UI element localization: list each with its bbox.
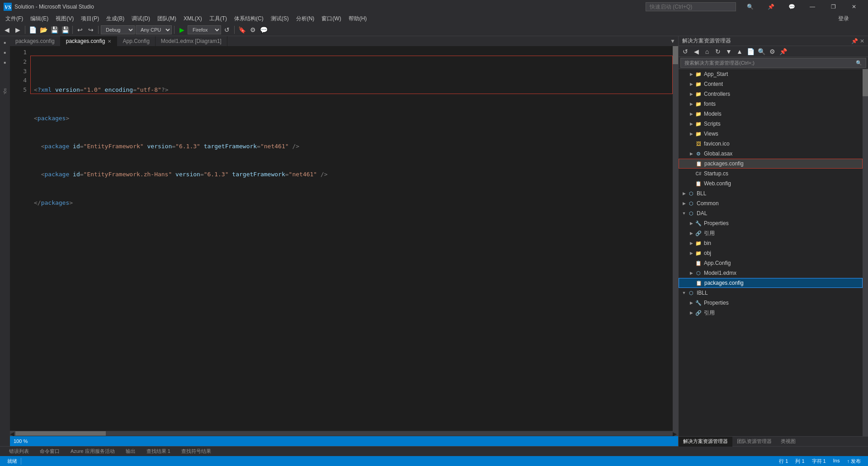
se-sync-btn[interactable]: ↺ — [680, 47, 690, 56]
se-search-field[interactable]: 搜索解决方案资源管理器(Ctrl+;) 🔍 — [680, 58, 866, 68]
toolbar-save[interactable]: 💾 — [49, 25, 59, 35]
se-pin-icon[interactable]: 📌 — [851, 38, 858, 44]
tab-model1-edmx[interactable]: Model1.edmx [Diagram1] — [156, 36, 227, 46]
code-editor[interactable]: <?xml version="1.0" encoding="utf-8"?> <… — [30, 46, 673, 431]
sidebar-icon-sql[interactable]: SQL — [0, 87, 9, 96]
se-show-files-btn[interactable]: 📄 — [745, 47, 755, 56]
toolbar-bookmark[interactable]: 🔖 — [237, 25, 247, 35]
menu-build[interactable]: 生成(B) — [103, 14, 128, 24]
menu-xml[interactable]: XML(X) — [180, 14, 206, 23]
quick-launch-input[interactable] — [646, 2, 736, 11]
bottom-tab-output[interactable]: 输出 — [120, 447, 141, 457]
toolbar-save-all[interactable]: 💾 — [60, 25, 70, 35]
tab-app-config[interactable]: App.Config — [117, 36, 155, 46]
cpu-select[interactable]: Any CPU — [136, 25, 172, 34]
tree-item-global-asax[interactable]: ▶ ⚙ Global.asax — [679, 149, 863, 159]
tab-packages-config-2[interactable]: packages.config ✕ — [61, 36, 118, 46]
sidebar-icon-2[interactable]: ■ — [0, 48, 9, 57]
tree-item-dal-packages-config[interactable]: 📋 packages.config — [679, 278, 863, 288]
tree-item-ibll-references[interactable]: ▶ 🔗 引用 — [679, 308, 863, 318]
login-button[interactable]: 登录 — [835, 14, 853, 24]
toolbar-redo[interactable]: ↪ — [86, 25, 96, 35]
editor-vertical-scrollbar[interactable] — [673, 46, 678, 431]
se-close-icon[interactable]: ✕ — [860, 38, 864, 44]
toolbar-fmt[interactable]: ⚙ — [248, 25, 258, 35]
start-button[interactable]: ▶ — [177, 25, 187, 35]
se-search-icon[interactable]: 🔍 — [856, 60, 862, 66]
menu-analyze[interactable]: 分析(N) — [292, 14, 318, 24]
menu-view[interactable]: 视图(V) — [52, 14, 77, 24]
tree-item-models[interactable]: ▶ 📁 Models — [679, 109, 863, 119]
tree-item-bll[interactable]: ▶ ⬡ BLL — [679, 188, 863, 198]
feedback-icon[interactable]: 💬 — [781, 0, 802, 14]
tree-item-common[interactable]: ▶ ⬡ Common — [679, 198, 863, 208]
tree-item-favicon[interactable]: 🖼 favicon.ico — [679, 139, 863, 149]
tree-item-content[interactable]: ▶ 📁 Content — [679, 79, 863, 89]
minimize-button[interactable]: — — [802, 0, 823, 14]
se-tab-class-view[interactable]: 类视图 — [776, 437, 800, 447]
bottom-tab-azure[interactable]: Azure 应用服务活动 — [65, 447, 120, 457]
se-vertical-scrollbar[interactable] — [863, 69, 868, 436]
tree-item-ibll-properties[interactable]: ▶ 🔧 Properties — [679, 298, 863, 308]
menu-debug[interactable]: 调试(D) — [128, 14, 154, 24]
tree-item-dal-bin[interactable]: ▶ 📁 bin — [679, 238, 863, 248]
horizontal-scroll-track[interactable] — [15, 431, 673, 436]
tree-item-fonts[interactable]: ▶ 📁 fonts — [679, 99, 863, 109]
scroll-left-btn[interactable]: ◀ — [10, 431, 15, 436]
toolbar-comment[interactable]: 💬 — [259, 25, 269, 35]
tree-item-views[interactable]: ▶ 📁 Views — [679, 129, 863, 139]
bottom-tab-find-results[interactable]: 查找结果 1 — [141, 447, 176, 457]
bottom-tab-error-list[interactable]: 错误列表 — [4, 447, 34, 457]
menu-tools[interactable]: 工具(T) — [206, 14, 231, 24]
menu-window[interactable]: 窗口(W) — [318, 14, 344, 24]
sidebar-icon-1[interactable]: ■ — [0, 38, 9, 47]
tree-item-dal-appconfig[interactable]: 📋 App.Config — [679, 258, 863, 268]
close-button[interactable]: ✕ — [844, 0, 864, 14]
filter-icon[interactable]: 🔍 — [740, 0, 760, 14]
toolbar-undo[interactable]: ↩ — [75, 25, 85, 35]
maximize-button[interactable]: ❐ — [823, 0, 844, 14]
sidebar-icon-3[interactable]: ■ — [0, 58, 9, 67]
tree-item-ibll[interactable]: ▼ ⬡ IBLL — [679, 288, 863, 298]
tree-item-app-start[interactable]: ▶ 📁 App_Start — [679, 69, 863, 79]
tab-overflow[interactable]: ▼ — [667, 36, 678, 46]
toolbar-open[interactable]: 📂 — [38, 25, 48, 35]
toolbar-new[interactable]: 📄 — [28, 25, 38, 35]
tree-item-dal-model1edmx[interactable]: ▶ ⬡ Model1.edmx — [679, 268, 863, 278]
se-back-btn[interactable]: ◀ — [691, 47, 701, 56]
bottom-tab-command-window[interactable]: 命令窗口 — [34, 447, 65, 457]
bottom-tab-find-symbol[interactable]: 查找符号结果 — [176, 447, 217, 457]
tree-item-dal-properties[interactable]: ▶ 🔧 Properties — [679, 218, 863, 228]
menu-architecture[interactable]: 体系结构(C) — [231, 14, 267, 24]
menu-project[interactable]: 项目(P) — [77, 14, 103, 24]
scrollbar-thumb[interactable] — [673, 46, 678, 64]
scroll-right-btn[interactable]: ▶ — [673, 431, 678, 436]
se-pin-icon-2[interactable]: 📌 — [778, 47, 788, 56]
status-publish[interactable]: ↑ 发布 — [843, 458, 864, 465]
toolbar-back[interactable]: ◀ — [2, 25, 12, 35]
tree-item-web-config[interactable]: 📋 Web.config — [679, 179, 863, 188]
refresh-button[interactable]: ↺ — [222, 25, 232, 35]
se-collapse-btn[interactable]: ▼ — [724, 47, 734, 56]
browser-select[interactable]: Firefox Chrome IE — [188, 25, 221, 34]
zoom-level[interactable]: 100 % — [14, 438, 28, 444]
tab-close-icon[interactable]: ✕ — [108, 39, 111, 44]
menu-file[interactable]: 文件(F) — [2, 14, 27, 24]
se-home-btn[interactable]: ⌂ — [702, 47, 712, 56]
se-filter-btn[interactable]: 🔍 — [756, 47, 766, 56]
tree-item-dal-obj[interactable]: ▶ 📁 obj — [679, 248, 863, 258]
menu-test[interactable]: 测试(S) — [267, 14, 292, 24]
menu-edit[interactable]: 编辑(E) — [27, 14, 52, 24]
tree-item-controllers[interactable]: ▶ 📁 Controllers — [679, 89, 863, 99]
tree-item-startup[interactable]: C# Startup.cs — [679, 169, 863, 179]
pin-icon[interactable]: 📌 — [760, 0, 781, 14]
toolbar-forward[interactable]: ▶ — [13, 25, 23, 35]
se-refresh-btn[interactable]: ↻ — [713, 47, 723, 56]
menu-team[interactable]: 团队(M) — [154, 14, 180, 24]
editor-horizontal-scrollbar[interactable]: ◀ ▶ — [10, 431, 678, 436]
se-expand-btn[interactable]: ▲ — [735, 47, 745, 56]
tab-packages-config-1[interactable]: packages.config — [10, 36, 61, 46]
menu-help[interactable]: 帮助(H) — [345, 14, 371, 24]
tree-item-dal[interactable]: ▼ ⬡ DAL — [679, 208, 863, 218]
tree-item-dal-references[interactable]: ▶ 🔗 引用 — [679, 228, 863, 238]
